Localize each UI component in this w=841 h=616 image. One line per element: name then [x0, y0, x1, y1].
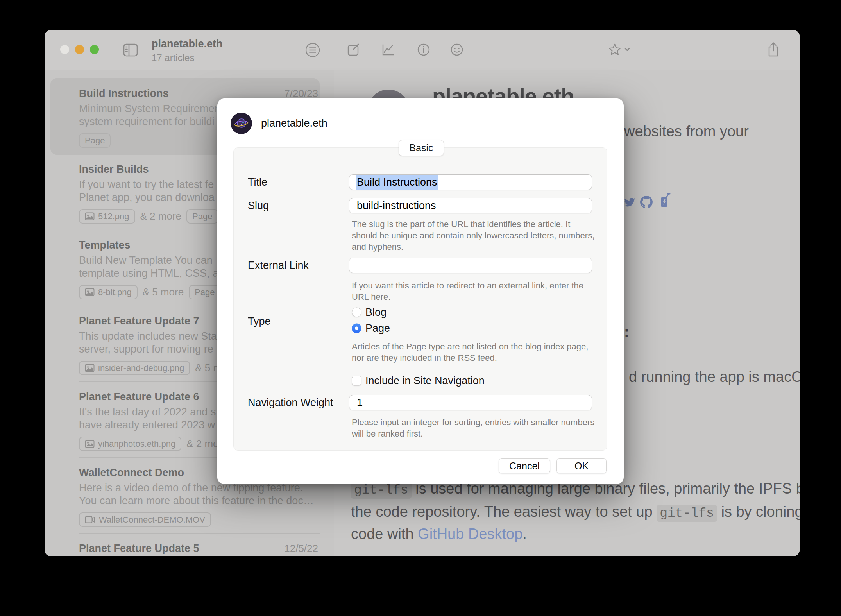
chip-label: 512.png	[98, 211, 129, 222]
chip-label: 8-bit.png	[98, 287, 132, 297]
image-attachment-chip: yihanphotos.eth.png	[79, 437, 181, 451]
navigation-weight-label: Navigation Weight	[248, 397, 333, 409]
article-tags: 8-bit.png& 5 morePage	[79, 285, 238, 299]
close-window-button[interactable]	[60, 45, 69, 54]
navigation-weight-input[interactable]: 1	[349, 395, 592, 410]
settings-panel: Title Build Instructions Slug build-inst…	[233, 147, 607, 451]
sidebar-title: planetable.eth	[152, 39, 223, 49]
article-list-item[interactable]: Planet Feature Update 512/5/22	[45, 534, 334, 556]
include-in-site-navigation-label[interactable]: Include in Site Navigation	[365, 375, 485, 387]
title-input[interactable]: Build Instructions	[349, 174, 592, 190]
menu-icon[interactable]	[304, 42, 321, 58]
sidebar-subtitle: 17 articles	[152, 53, 223, 63]
radio-page[interactable]	[352, 324, 361, 333]
ok-button[interactable]: OK	[556, 458, 607, 473]
image-icon	[85, 212, 95, 220]
info-icon[interactable]	[416, 42, 431, 57]
article-title: Build Instructions	[79, 88, 169, 100]
article-title: Templates	[79, 239, 131, 251]
section-divider	[248, 369, 594, 369]
article-date: 12/5/22	[284, 543, 318, 555]
more-attachments-text: & 5 more	[143, 286, 184, 298]
content-titlebar	[334, 30, 800, 70]
tag-chip: Page	[79, 133, 111, 148]
screen: planetable.eth 17 articles Build Instruc…	[0, 0, 841, 616]
tab-basic[interactable]: Basic	[399, 140, 444, 156]
share-icon[interactable]	[766, 41, 781, 58]
zoom-window-button[interactable]	[90, 45, 99, 54]
article-tags: WalletConnect-DEMO.MOV	[79, 512, 211, 527]
navigation-weight-help-text: Please input an integer for sorting, ent…	[352, 417, 594, 440]
analytics-icon[interactable]	[380, 42, 396, 57]
image-icon	[85, 440, 95, 448]
radio-blog-label[interactable]: Blog	[365, 306, 387, 319]
radio-blog[interactable]	[352, 308, 361, 317]
slug-input[interactable]: build-instructions	[349, 198, 592, 213]
type-help-text: Articles of the Page type are not listed…	[352, 342, 588, 364]
twitter-icon[interactable]	[623, 196, 636, 208]
sidebar-title-block: planetable.eth 17 articles	[152, 39, 223, 63]
title-label: Title	[248, 176, 267, 188]
article-title: Insider Builds	[79, 163, 149, 175]
more-attachments-text: & 2 more	[140, 210, 182, 222]
tag-chip: Page	[186, 209, 218, 224]
code-inline: git-lfs	[657, 505, 717, 522]
github-desktop-link[interactable]: GitHub Desktop	[418, 526, 522, 542]
code-inline: git-lfs	[351, 482, 412, 499]
article-item-header: Planet Feature Update 512/5/22	[79, 541, 318, 555]
requirement-text-fragment: d running the app is macOS	[629, 369, 800, 385]
article-date: 7/20/23	[284, 88, 318, 100]
chevron-down-icon	[625, 48, 629, 50]
image-attachment-chip: 512.png	[79, 209, 135, 224]
dialog-site-name: planetable.eth	[261, 117, 327, 129]
hidden-heading-fragment: :	[624, 324, 629, 341]
slug-label: Slug	[248, 200, 269, 212]
article-tags: insider-and-debug.png& 5 m	[79, 361, 222, 375]
image-attachment-chip: insider-and-debug.png	[79, 361, 190, 375]
external-link-help-text: If you want this article to redirect to …	[352, 281, 583, 303]
more-attachments-text: & 2 mor	[186, 438, 222, 450]
sidebar-toggle-icon[interactable]	[123, 43, 138, 57]
article-paragraph-line: code with GitHub Desktop.	[351, 526, 527, 543]
radio-page-label[interactable]: Page	[365, 322, 390, 335]
site-tagline-fragment: websites from your	[624, 123, 749, 140]
article-summary-line: You can learn more about this feature in…	[79, 495, 334, 507]
compose-icon[interactable]	[346, 42, 361, 57]
type-label: Type	[248, 315, 271, 328]
dialog-header: planetable.eth	[231, 113, 327, 134]
planet-avatar-icon	[231, 113, 252, 134]
article-tags: Page	[79, 133, 111, 148]
article-title: WalletConnect Demo	[79, 467, 184, 479]
article-paragraph-line: the code repository. The easiest way to …	[351, 503, 800, 521]
chip-label: WalletConnect-DEMO.MOV	[99, 515, 205, 525]
article-title: Planet Feature Update 6	[79, 391, 199, 403]
tag-chip: Page	[189, 285, 220, 299]
video-attachment-chip: WalletConnect-DEMO.MOV	[79, 512, 211, 527]
selected-text: Build Instructions	[356, 175, 438, 190]
article-tags: yihanphotos.eth.png& 2 mor	[79, 437, 222, 451]
chip-label: yihanphotos.eth.png	[98, 439, 175, 449]
chip-label: Page	[192, 211, 212, 222]
sidebar-titlebar: planetable.eth 17 articles	[45, 30, 334, 70]
slug-help-text: The slug is the part of the URL that ide…	[352, 219, 594, 253]
image-attachment-chip: 8-bit.png	[79, 285, 138, 299]
include-in-site-navigation-checkbox[interactable]	[352, 376, 361, 386]
external-link-label: External Link	[248, 260, 309, 272]
minimize-window-button[interactable]	[75, 45, 84, 54]
cancel-button[interactable]: Cancel	[499, 458, 550, 473]
juicebox-icon[interactable]	[658, 193, 671, 208]
chip-label: Page	[195, 287, 215, 297]
image-icon	[85, 288, 95, 296]
chip-label: insider-and-debug.png	[98, 363, 184, 373]
smiley-icon[interactable]	[449, 42, 465, 57]
star-menu-icon[interactable]	[607, 42, 633, 57]
github-icon[interactable]	[640, 196, 653, 208]
window-controls	[60, 45, 99, 54]
video-icon	[85, 516, 95, 523]
external-link-input[interactable]	[349, 258, 592, 273]
article-title: Planet Feature Update 5	[79, 543, 199, 555]
article-title: Planet Feature Update 7	[79, 315, 199, 327]
image-icon	[85, 364, 95, 372]
chip-label: Page	[85, 136, 105, 146]
article-settings-dialog: planetable.eth Basic Title Build Instruc…	[217, 98, 624, 484]
